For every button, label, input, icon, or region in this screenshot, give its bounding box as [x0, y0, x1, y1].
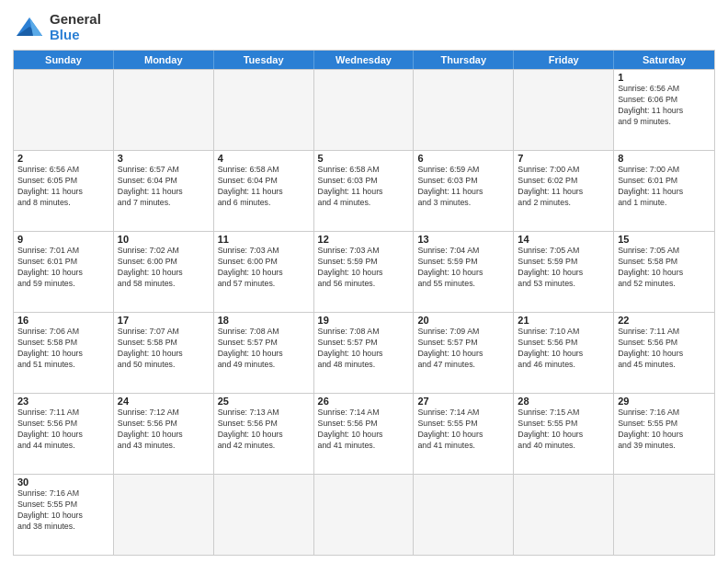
day-info: Sunrise: 7:12 AM Sunset: 5:56 PM Dayligh… [118, 408, 210, 452]
page: General Blue SundayMondayTuesdayWednesda… [0, 0, 728, 563]
calendar-cell: 28Sunrise: 7:15 AM Sunset: 5:55 PM Dayli… [514, 394, 614, 474]
day-info: Sunrise: 7:00 AM Sunset: 6:01 PM Dayligh… [618, 165, 711, 209]
day-info: Sunrise: 7:08 AM Sunset: 5:57 PM Dayligh… [218, 327, 310, 371]
calendar-cell [414, 475, 514, 555]
day-info: Sunrise: 7:00 AM Sunset: 6:02 PM Dayligh… [518, 165, 609, 209]
day-number: 28 [518, 396, 609, 407]
calendar-cell: 10Sunrise: 7:02 AM Sunset: 6:00 PM Dayli… [114, 232, 214, 312]
day-info: Sunrise: 7:05 AM Sunset: 5:58 PM Dayligh… [618, 246, 711, 290]
calendar-cell [414, 70, 514, 150]
calendar-row: 23Sunrise: 7:11 AM Sunset: 5:56 PM Dayli… [14, 393, 714, 474]
calendar-cell: 30Sunrise: 7:16 AM Sunset: 5:55 PM Dayli… [14, 475, 114, 555]
logo: General Blue [13, 11, 101, 42]
calendar-cell [514, 70, 614, 150]
day-info: Sunrise: 7:14 AM Sunset: 5:56 PM Dayligh… [318, 408, 410, 452]
calendar-cell [314, 475, 415, 555]
calendar-cell: 24Sunrise: 7:12 AM Sunset: 5:56 PM Dayli… [114, 394, 214, 474]
day-number: 19 [318, 315, 410, 326]
day-info: Sunrise: 7:08 AM Sunset: 5:57 PM Dayligh… [318, 327, 410, 371]
day-info: Sunrise: 7:10 AM Sunset: 5:56 PM Dayligh… [518, 327, 609, 371]
header: General Blue [13, 11, 715, 42]
day-info: Sunrise: 7:05 AM Sunset: 5:59 PM Dayligh… [518, 246, 609, 290]
calendar-cell: 23Sunrise: 7:11 AM Sunset: 5:56 PM Dayli… [14, 394, 114, 474]
calendar-cell [214, 70, 314, 150]
day-number: 5 [318, 153, 410, 164]
day-number: 3 [118, 153, 210, 164]
calendar-cell: 7Sunrise: 7:00 AM Sunset: 6:02 PM Daylig… [514, 151, 614, 231]
day-number: 8 [618, 153, 711, 164]
calendar-cell: 5Sunrise: 6:58 AM Sunset: 6:03 PM Daylig… [314, 151, 415, 231]
logo-icon [13, 14, 46, 40]
weekday-header-sunday: Sunday [14, 51, 114, 69]
day-number: 23 [17, 396, 109, 407]
calendar-row: 1Sunrise: 6:56 AM Sunset: 6:06 PM Daylig… [14, 69, 714, 150]
calendar-cell: 26Sunrise: 7:14 AM Sunset: 5:56 PM Dayli… [314, 394, 415, 474]
day-info: Sunrise: 7:11 AM Sunset: 5:56 PM Dayligh… [17, 408, 109, 452]
calendar-cell: 13Sunrise: 7:04 AM Sunset: 5:59 PM Dayli… [414, 232, 514, 312]
calendar-cell: 29Sunrise: 7:16 AM Sunset: 5:55 PM Dayli… [614, 394, 714, 474]
day-number: 25 [218, 396, 310, 407]
day-info: Sunrise: 7:14 AM Sunset: 5:55 PM Dayligh… [417, 408, 509, 452]
calendar-cell [214, 475, 314, 555]
calendar-cell: 9Sunrise: 7:01 AM Sunset: 6:01 PM Daylig… [14, 232, 114, 312]
calendar-cell: 27Sunrise: 7:14 AM Sunset: 5:55 PM Dayli… [414, 394, 514, 474]
weekday-header-wednesday: Wednesday [314, 51, 415, 69]
day-info: Sunrise: 7:03 AM Sunset: 5:59 PM Dayligh… [318, 246, 410, 290]
calendar-cell: 15Sunrise: 7:05 AM Sunset: 5:58 PM Dayli… [614, 232, 714, 312]
calendar-cell: 14Sunrise: 7:05 AM Sunset: 5:59 PM Dayli… [514, 232, 614, 312]
calendar-cell [614, 475, 714, 555]
calendar-cell: 3Sunrise: 6:57 AM Sunset: 6:04 PM Daylig… [114, 151, 214, 231]
calendar-header: SundayMondayTuesdayWednesdayThursdayFrid… [14, 51, 714, 69]
calendar-cell: 18Sunrise: 7:08 AM Sunset: 5:57 PM Dayli… [214, 313, 314, 393]
day-info: Sunrise: 7:16 AM Sunset: 5:55 PM Dayligh… [17, 488, 109, 533]
calendar-cell: 22Sunrise: 7:11 AM Sunset: 5:56 PM Dayli… [614, 313, 714, 393]
calendar-cell: 19Sunrise: 7:08 AM Sunset: 5:57 PM Dayli… [314, 313, 415, 393]
calendar-cell: 25Sunrise: 7:13 AM Sunset: 5:56 PM Dayli… [214, 394, 314, 474]
calendar-cell: 1Sunrise: 6:56 AM Sunset: 6:06 PM Daylig… [614, 70, 714, 150]
weekday-header-monday: Monday [114, 51, 214, 69]
calendar-row: 16Sunrise: 7:06 AM Sunset: 5:58 PM Dayli… [14, 312, 714, 393]
day-number: 2 [17, 153, 109, 164]
calendar-cell: 16Sunrise: 7:06 AM Sunset: 5:58 PM Dayli… [14, 313, 114, 393]
day-number: 15 [618, 234, 711, 245]
day-info: Sunrise: 7:11 AM Sunset: 5:56 PM Dayligh… [618, 327, 711, 371]
day-info: Sunrise: 7:06 AM Sunset: 5:58 PM Dayligh… [17, 327, 109, 371]
calendar-cell: 12Sunrise: 7:03 AM Sunset: 5:59 PM Dayli… [314, 232, 415, 312]
day-info: Sunrise: 7:16 AM Sunset: 5:55 PM Dayligh… [618, 408, 711, 452]
calendar-cell: 17Sunrise: 7:07 AM Sunset: 5:58 PM Dayli… [114, 313, 214, 393]
day-number: 20 [417, 315, 509, 326]
weekday-header-thursday: Thursday [414, 51, 514, 69]
day-number: 27 [417, 396, 509, 407]
day-number: 26 [318, 396, 410, 407]
day-info: Sunrise: 6:58 AM Sunset: 6:03 PM Dayligh… [318, 165, 410, 209]
day-number: 1 [618, 72, 711, 83]
day-info: Sunrise: 6:56 AM Sunset: 6:05 PM Dayligh… [17, 165, 109, 209]
day-number: 4 [218, 153, 310, 164]
calendar-cell [114, 475, 214, 555]
day-number: 9 [17, 234, 109, 245]
day-number: 12 [318, 234, 410, 245]
day-info: Sunrise: 6:58 AM Sunset: 6:04 PM Dayligh… [218, 165, 310, 209]
day-number: 10 [118, 234, 210, 245]
calendar-cell [114, 70, 214, 150]
day-number: 7 [518, 153, 609, 164]
calendar-cell: 2Sunrise: 6:56 AM Sunset: 6:05 PM Daylig… [14, 151, 114, 231]
calendar-cell: 20Sunrise: 7:09 AM Sunset: 5:57 PM Dayli… [414, 313, 514, 393]
day-number: 13 [417, 234, 509, 245]
calendar-row: 30Sunrise: 7:16 AM Sunset: 5:55 PM Dayli… [14, 474, 714, 555]
weekday-header-tuesday: Tuesday [214, 51, 314, 69]
day-number: 29 [618, 396, 711, 407]
weekday-header-saturday: Saturday [614, 51, 714, 69]
day-number: 16 [17, 315, 109, 326]
calendar-cell: 6Sunrise: 6:59 AM Sunset: 6:03 PM Daylig… [414, 151, 514, 231]
calendar-cell [14, 70, 114, 150]
day-info: Sunrise: 6:56 AM Sunset: 6:06 PM Dayligh… [618, 84, 711, 128]
day-number: 14 [518, 234, 609, 245]
calendar-cell [514, 475, 614, 555]
logo-text: General Blue [50, 11, 101, 42]
day-info: Sunrise: 7:13 AM Sunset: 5:56 PM Dayligh… [218, 408, 310, 452]
calendar-cell: 8Sunrise: 7:00 AM Sunset: 6:01 PM Daylig… [614, 151, 714, 231]
calendar: SundayMondayTuesdayWednesdayThursdayFrid… [13, 50, 715, 556]
day-info: Sunrise: 7:07 AM Sunset: 5:58 PM Dayligh… [118, 327, 210, 371]
day-info: Sunrise: 6:57 AM Sunset: 6:04 PM Dayligh… [118, 165, 210, 209]
